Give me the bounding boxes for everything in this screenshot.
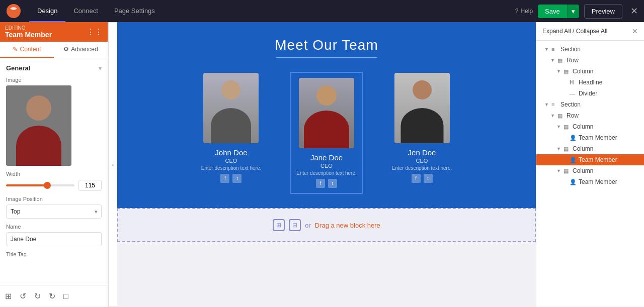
- tm-2-label: Team Member: [579, 156, 640, 163]
- col-2-label: Column: [573, 123, 640, 130]
- tab-content[interactable]: ✎ Content: [0, 42, 54, 58]
- editing-header: EDITING Team Member ⋮⋮: [0, 22, 108, 42]
- headline-label: Headline: [579, 79, 640, 86]
- drop-zone[interactable]: ⊞ ⊟ or Drag a new block here: [117, 208, 536, 242]
- nav-tab-connect[interactable]: Connect: [65, 0, 106, 22]
- app-logo: [6, 4, 21, 19]
- panel-tabs: ✎ Content ⚙ Advanced: [0, 42, 108, 58]
- tree-row-2[interactable]: ▼ ▦ Row: [536, 110, 644, 121]
- tab-advanced[interactable]: ⚙ Advanced: [54, 42, 108, 58]
- tree-section-1[interactable]: ▼ ≡ Section: [536, 44, 644, 55]
- preview-button[interactable]: Preview: [584, 4, 622, 19]
- grid-icon[interactable]: ⋮⋮: [87, 27, 103, 37]
- row-icon-2: ▦: [557, 113, 565, 119]
- nav-tab-page-settings[interactable]: Page Settings: [106, 0, 163, 22]
- tree-team-member-2[interactable]: 👤 Team Member: [536, 154, 644, 165]
- team-member-jane-name: Jane Doe: [296, 153, 357, 162]
- team-member-jen-social: f t: [392, 174, 452, 183]
- team-member-john-name: John Doe: [201, 148, 262, 157]
- name-input[interactable]: [6, 232, 102, 246]
- facebook-icon-jane[interactable]: f: [316, 179, 325, 188]
- image-position-select[interactable]: Top Left Right Bottom: [6, 204, 102, 219]
- tree-content: ▼ ≡ Section ▼ ▦ Row ▼ ▦ Column H Headlin…: [536, 41, 644, 307]
- team-member-icon-3: 👤: [570, 179, 577, 185]
- tree-divider-1[interactable]: — Divider: [536, 88, 644, 99]
- pencil-icon: ✎: [13, 46, 18, 53]
- redo-icon[interactable]: ↻: [34, 291, 41, 301]
- widget-icon[interactable]: ⊞: [5, 291, 12, 301]
- width-input[interactable]: 115: [78, 180, 102, 191]
- title-tag-label: Title Tag: [6, 251, 102, 257]
- team-member-jane-social: f t: [296, 179, 357, 188]
- twitter-icon-john[interactable]: t: [232, 174, 242, 183]
- twitter-icon-jane[interactable]: t: [328, 179, 337, 188]
- width-field-label: Width: [6, 171, 102, 177]
- col-icon-3: ▦: [564, 146, 571, 152]
- tree-column-1[interactable]: ▼ ▦ Column: [536, 66, 644, 77]
- drop-zone-icon-2: ⊟: [289, 219, 301, 231]
- team-member-john[interactable]: John Doe CEO Enter description text here…: [201, 73, 262, 183]
- team-member-john-title: CEO: [201, 158, 262, 164]
- close-button[interactable]: ✕: [630, 6, 638, 17]
- tree-row-1[interactable]: ▼ ▦ Row: [536, 55, 644, 66]
- section-icon-1: ≡: [551, 46, 558, 52]
- slider-track[interactable]: [6, 184, 74, 186]
- right-panel: Expand All / Collapse All ✕ ▼ ≡ Section …: [536, 22, 644, 307]
- editing-info: EDITING Team Member: [5, 25, 52, 39]
- image-position-label: Image Position: [6, 196, 102, 202]
- collapse-panel-button[interactable]: ‹: [108, 22, 117, 307]
- divider-icon: —: [570, 90, 577, 96]
- save-button[interactable]: Save: [538, 5, 567, 18]
- tree-column-4[interactable]: ▼ ▦ Column: [536, 165, 644, 176]
- right-panel-close-button[interactable]: ✕: [632, 27, 638, 35]
- editing-title: Team Member: [5, 31, 52, 39]
- headline-icon: H: [570, 79, 577, 86]
- facebook-icon-john[interactable]: f: [220, 174, 229, 183]
- section-divider: [276, 57, 377, 58]
- slider-thumb[interactable]: [44, 182, 51, 189]
- divider-label: Divider: [579, 90, 640, 97]
- team-member-jane[interactable]: Jane Doe CEO Enter description text here…: [291, 73, 362, 193]
- team-member-icon-1: 👤: [570, 135, 577, 141]
- tree-team-member-1[interactable]: 👤 Team Member: [536, 132, 644, 143]
- team-member-jane-desc: Enter description text here.: [296, 170, 357, 176]
- general-title: General: [6, 64, 30, 72]
- image-position-select-wrap: Top Left Right Bottom ▾: [6, 204, 102, 219]
- name-field-label: Name: [6, 224, 102, 230]
- right-panel-header: Expand All / Collapse All ✕: [536, 22, 644, 41]
- twitter-icon-jen[interactable]: t: [424, 174, 433, 183]
- panel-content: General ▾ Image Width 115 Image Position: [0, 58, 108, 285]
- help-icon: ?: [515, 8, 519, 15]
- help-button[interactable]: ? Help: [515, 8, 533, 15]
- tree-section-2[interactable]: ▼ ≡ Section: [536, 99, 644, 110]
- team-member-jen[interactable]: Jen Doe CEO Enter description text here.…: [392, 73, 452, 183]
- team-member-jen-desc: Enter description text here.: [392, 165, 452, 171]
- section-2-label: Section: [560, 101, 640, 108]
- caret-col-4: ▼: [556, 168, 561, 173]
- width-slider[interactable]: [6, 184, 74, 186]
- team-member-john-social: f t: [201, 174, 262, 183]
- undo-icon[interactable]: ↺: [20, 291, 26, 301]
- refresh-icon[interactable]: ↻: [49, 291, 55, 301]
- image-preview[interactable]: [6, 85, 71, 166]
- col-icon-4: ▦: [564, 168, 571, 174]
- nav-tab-design[interactable]: Design: [29, 0, 65, 22]
- image-field-label: Image: [6, 77, 102, 83]
- row-icon-1: ▦: [557, 57, 565, 64]
- main-layout: EDITING Team Member ⋮⋮ ✎ Content ⚙ Advan…: [0, 22, 644, 307]
- caret-row-2: ▼: [550, 113, 555, 118]
- col-icon-2: ▦: [564, 124, 571, 130]
- general-toggle[interactable]: ▾: [99, 65, 102, 72]
- tree-column-3[interactable]: ▼ ▦ Column: [536, 143, 644, 154]
- team-member-jen-title: CEO: [392, 158, 452, 164]
- device-icon[interactable]: □: [63, 292, 68, 301]
- facebook-icon-jen[interactable]: f: [412, 174, 421, 183]
- tree-headline-1[interactable]: H Headline: [536, 77, 644, 88]
- tree-column-2[interactable]: ▼ ▦ Column: [536, 121, 644, 132]
- section-1-label: Section: [560, 46, 640, 53]
- tm-1-label: Team Member: [579, 134, 640, 141]
- col-3-label: Column: [573, 145, 640, 152]
- tree-team-member-3[interactable]: 👤 Team Member: [536, 176, 644, 187]
- team-member-icon-2: 👤: [570, 157, 577, 163]
- save-dropdown-button[interactable]: ▾: [567, 5, 579, 18]
